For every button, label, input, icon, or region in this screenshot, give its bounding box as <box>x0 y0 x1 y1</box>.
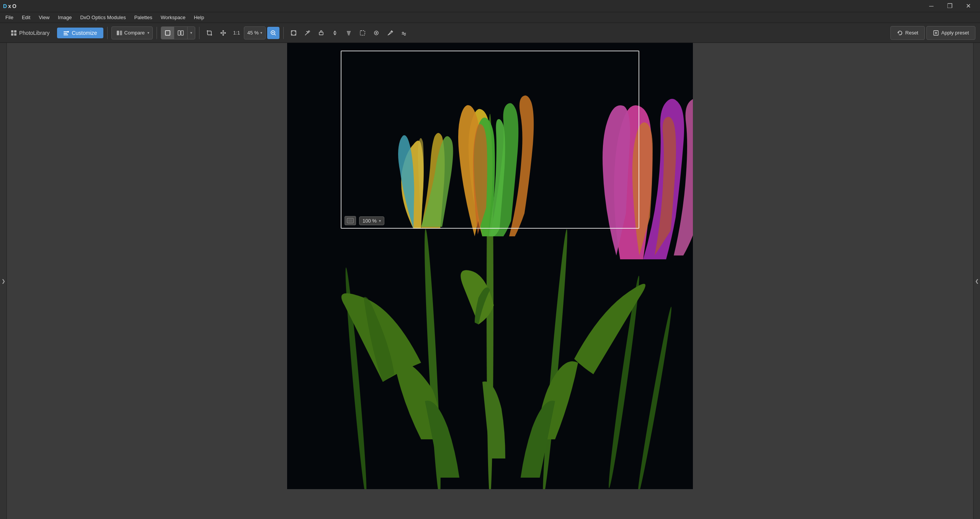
logo-o: O <box>12 3 16 9</box>
compare-bottom-bar: 100 % ▾ <box>341 213 639 228</box>
photo-library-icon <box>11 30 17 36</box>
menu-bar: File Edit View Image DxO Optics Modules … <box>0 12 980 23</box>
svg-rect-11 <box>178 31 180 35</box>
compare-zoom-selector[interactable]: 100 % ▾ <box>359 216 384 225</box>
title-bar-left: DxO <box>3 3 16 9</box>
compare-label: Compare <box>124 30 145 36</box>
mini-preview-icon <box>347 218 354 223</box>
restore-button[interactable]: ❐ <box>941 0 959 12</box>
compare-zoom-value: 100 % <box>363 218 377 224</box>
customize-tab[interactable]: Customize <box>57 28 103 38</box>
compare-button[interactable]: Compare ▾ <box>111 26 153 39</box>
zoom-display: 45 % ▾ <box>244 26 266 39</box>
denoise-tool[interactable] <box>398 27 410 39</box>
repair-tool[interactable] <box>315 27 327 39</box>
compare-dropdown-arrow[interactable]: ▾ <box>147 31 149 35</box>
zoom-value: 45 % <box>247 30 259 36</box>
window-controls: ─ ❐ ✕ <box>923 0 977 12</box>
eyedropper-icon <box>373 29 380 36</box>
reset-button[interactable]: Reset <box>890 26 925 40</box>
gradient-icon <box>345 29 352 36</box>
divider-1 <box>107 27 108 39</box>
reset-icon <box>897 30 903 36</box>
nav-tabs: PhotoLibrary Customize <box>5 28 103 38</box>
right-panel-toggle[interactable]: ❮ <box>973 43 980 519</box>
crop-icon <box>206 29 213 36</box>
split-view-icon <box>178 30 184 36</box>
menu-help[interactable]: Help <box>190 13 208 21</box>
view-toggle-dropdown[interactable]: ▾ <box>187 26 195 39</box>
healing-icon <box>304 29 311 36</box>
svg-rect-16 <box>319 32 323 35</box>
svg-rect-12 <box>181 31 183 35</box>
svg-rect-8 <box>117 31 119 35</box>
toolbar: PhotoLibrary Customize Compare ▾ <box>0 23 980 43</box>
svg-point-7 <box>67 31 69 33</box>
zoom-dropdown[interactable]: ▾ <box>260 31 262 35</box>
canvas-area: 100 % ▾ <box>7 43 973 519</box>
crop-tool[interactable] <box>203 27 216 39</box>
svg-rect-5 <box>64 33 67 34</box>
svg-rect-0 <box>11 30 13 33</box>
single-view-btn[interactable] <box>161 26 174 39</box>
compare-section: Compare ▾ <box>111 26 153 39</box>
preset-section: Reset Apply preset <box>890 26 975 40</box>
crop-tool-icon <box>290 29 297 36</box>
menu-dxo-optics[interactable]: DxO Optics Modules <box>76 13 129 21</box>
svg-point-19 <box>376 32 377 34</box>
selection-icon <box>359 29 366 36</box>
zoom-fit-btn[interactable] <box>267 27 279 39</box>
svg-point-20 <box>391 31 392 32</box>
tools-section: 1:1 45 % ▾ <box>203 26 279 39</box>
divider-3 <box>199 27 199 39</box>
customize-icon <box>63 30 69 36</box>
menu-view[interactable]: View <box>35 13 53 21</box>
left-panel-toggle[interactable]: ❯ <box>0 43 7 519</box>
close-button[interactable]: ✕ <box>959 0 977 12</box>
split-view-btn[interactable] <box>174 26 187 39</box>
compare-icon <box>116 30 122 36</box>
menu-workspace[interactable]: Workspace <box>157 13 189 21</box>
edit-tools-section <box>287 27 410 39</box>
view-mode-section: ▾ <box>161 26 195 39</box>
zoom-fit-icon <box>270 29 277 36</box>
menu-palettes[interactable]: Palettes <box>131 13 156 21</box>
svg-rect-31 <box>348 219 353 222</box>
selection-tool[interactable] <box>356 27 369 39</box>
healing-tool[interactable] <box>301 27 314 39</box>
customize-label: Customize <box>72 30 97 36</box>
crop-tool-2[interactable] <box>287 27 300 39</box>
photo-library-label: PhotoLibrary <box>19 30 49 36</box>
denoise-icon <box>400 29 407 36</box>
color-picker-tool[interactable] <box>384 27 396 39</box>
eyedropper-tool[interactable] <box>370 27 382 39</box>
minimize-button[interactable]: ─ <box>923 0 940 12</box>
right-toggle-arrow: ❮ <box>975 278 979 284</box>
menu-edit[interactable]: Edit <box>18 13 34 21</box>
ratio-display: 1:1 <box>231 30 242 36</box>
svg-rect-17 <box>360 31 365 35</box>
menu-file[interactable]: File <box>2 13 17 21</box>
svg-rect-3 <box>14 33 16 36</box>
mini-preview-button[interactable] <box>345 216 356 225</box>
apply-preset-label: Apply preset <box>941 30 969 36</box>
main-content: ❯ <box>0 43 980 519</box>
svg-rect-10 <box>165 31 170 35</box>
vignette-tool[interactable] <box>329 27 341 39</box>
title-bar: DxO ─ ❐ ✕ <box>0 0 980 12</box>
move-tool[interactable] <box>217 27 229 39</box>
left-toggle-arrow: ❯ <box>2 278 5 284</box>
apply-preset-icon <box>933 30 939 36</box>
reset-label: Reset <box>905 30 918 36</box>
menu-image[interactable]: Image <box>54 13 75 21</box>
logo-d: D <box>3 3 7 9</box>
color-picker-icon <box>387 29 394 36</box>
divider-4 <box>283 27 284 39</box>
photo-library-tab[interactable]: PhotoLibrary <box>5 28 56 38</box>
compare-box: 100 % ▾ <box>341 51 639 229</box>
svg-rect-9 <box>120 31 122 35</box>
apply-preset-button[interactable]: Apply preset <box>926 26 975 40</box>
zoom-dropdown-arrow[interactable]: ▾ <box>379 219 381 223</box>
gradient-tool[interactable] <box>343 27 355 39</box>
divider-2 <box>157 27 157 39</box>
